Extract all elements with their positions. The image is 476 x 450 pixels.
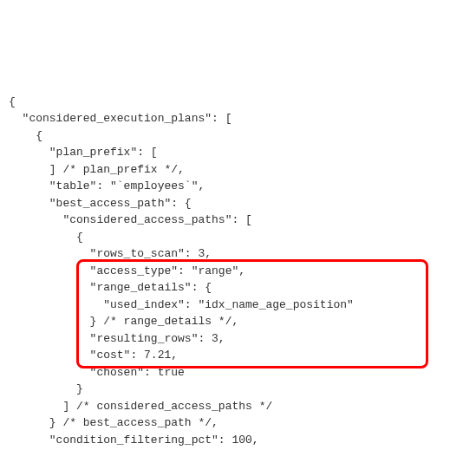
code-line: "access_type": "range", [9,264,245,277]
code-line: } [9,382,83,395]
code-line: ] /* plan_prefix */, [9,163,185,176]
code-line: "plan_prefix": [ [9,146,158,159]
code-line: "resulting_rows": 3, [9,332,225,345]
code-line: ] /* considered_access_paths */ [9,400,272,413]
code-line: } /* range_details */, [9,315,238,328]
code-line: { [9,95,16,108]
code-line: "considered_access_paths": [ [9,213,252,226]
code-container: { "considered_execution_plans": [ { "pla… [9,76,467,450]
code-line: } /* best_access_path */, [9,416,218,429]
code-line: "chosen": true [9,366,185,379]
code-line: { [9,231,83,244]
code-line: "condition_filtering_pct": 100, [9,434,259,447]
code-line: "range_details": { [9,281,212,294]
code-line: "cost": 7.21, [9,349,178,362]
code-line: "used_index": "idx_name_age_position" [9,298,354,311]
code-line: "considered_execution_plans": [ [9,112,231,125]
code-line: "table": "`employees`", [9,179,205,192]
code-line: { [9,129,42,142]
code-line: "best_access_path": { [9,197,192,210]
code-line: "rows_to_scan": 3, [9,247,212,260]
